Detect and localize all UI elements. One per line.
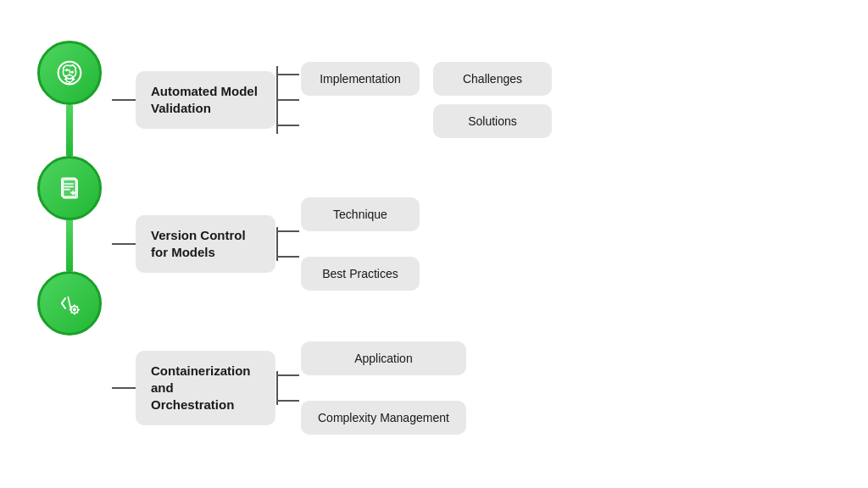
sub-box-application: Application [301,341,466,375]
main-box-1: Automated Model Validation [136,71,275,130]
branch-svg-1 [275,49,301,151]
left-connector-3 [112,387,136,389]
h-line-1 [112,99,136,101]
svg-point-10 [73,308,75,311]
connector-1-2 [66,105,73,156]
svg-point-2 [65,69,68,71]
icon-node-3 [37,271,102,336]
sub-box-challenges: Challenges [433,62,552,96]
row-version-control: Version Control for Models Technique Bes… [112,185,841,303]
icon-column [27,41,112,447]
sub-box-best-practices: Best Practices [301,257,420,291]
sub-boxes-2: Technique Best Practices [301,197,420,291]
sub-label-application: Application [354,352,413,365]
solutions-spacer: Solutions [433,104,552,138]
sub-row-bottom-1: Solutions [301,104,552,138]
row-automated-model-validation: Automated Model Validation [112,41,841,159]
document-icon-svg [53,171,86,205]
left-connector-1 [112,99,136,101]
icon-node-2 [37,156,102,220]
branch-area-2: Technique Best Practices [275,197,420,291]
diagram-container: Automated Model Validation [27,15,841,473]
h-line-2 [112,243,136,245]
sub-boxes-3: Application Complexity Management [301,341,466,435]
main-box-2: Version Control for Models [136,215,275,274]
rows-container: Automated Model Validation [112,41,841,447]
main-label-2: Version Control for Models [151,227,260,262]
sub-box-implementation: Implementation [301,62,420,96]
sub-row-top-1: Implementation Challenges [301,62,552,96]
icon-node-1 [37,41,102,105]
sub-label-implementation: Implementation [320,72,401,86]
connector-2-3 [66,220,73,271]
branch-area-3: Application Complexity Management [275,341,466,435]
main-label-1: Automated Model Validation [151,83,260,118]
sub-label-best-practices: Best Practices [322,267,398,280]
sub-box-technique: Technique [301,197,420,231]
sub-label-technique: Technique [333,208,387,221]
main-label-3: Containerization and Orchestration [151,363,260,414]
sub-label-solutions: Solutions [468,114,517,128]
sub-box-solutions: Solutions [433,104,552,138]
h-line-3 [112,387,136,389]
row-containerization: Containerization and Orchestration Appli… [112,329,841,447]
code-gear-icon-svg [53,286,86,320]
branch-svg-2 [275,210,301,278]
branch-area-1: Implementation Challenges Solutions [275,49,552,151]
sub-box-complexity-management: Complexity Management [301,401,466,435]
svg-point-3 [71,71,74,74]
left-connector-2 [112,243,136,245]
main-box-3: Containerization and Orchestration [136,351,275,426]
branch-svg-3 [275,354,301,422]
sub-boxes-1: Implementation Challenges Solutions [301,62,552,138]
ai-icon-svg [53,56,86,90]
sub-label-complexity-management: Complexity Management [318,411,449,424]
sub-label-challenges: Challenges [463,72,522,86]
